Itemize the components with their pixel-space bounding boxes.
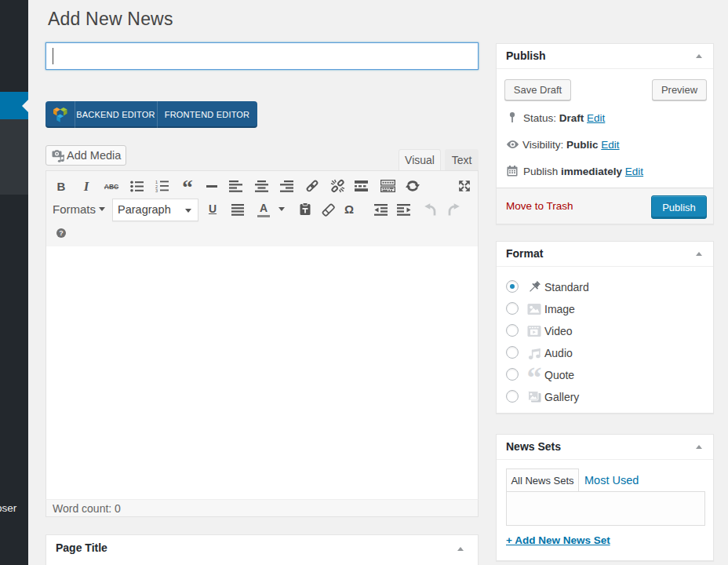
svg-text:3: 3 <box>155 188 158 192</box>
